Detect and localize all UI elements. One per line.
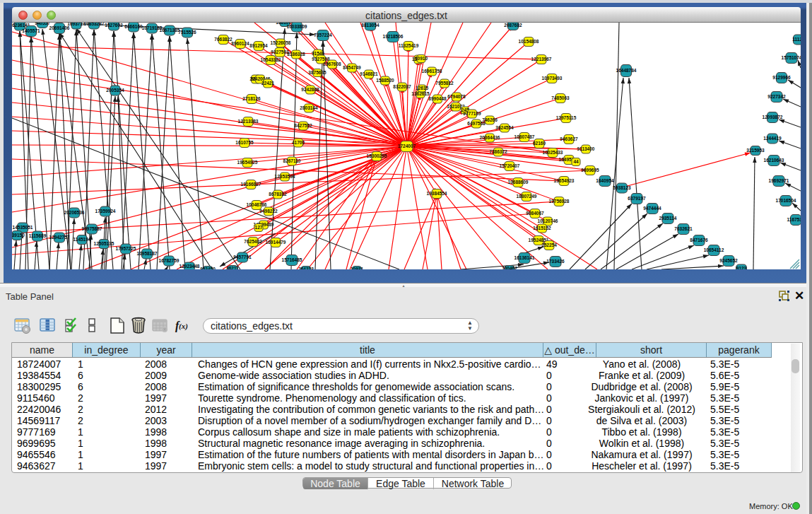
svg-text:9123: 9123 xyxy=(736,266,747,269)
svg-text:2967608: 2967608 xyxy=(323,62,341,66)
svg-text:16033809: 16033809 xyxy=(287,24,307,29)
svg-text:19384554: 19384554 xyxy=(427,191,447,196)
svg-text:1167533: 1167533 xyxy=(787,217,801,222)
svg-text:12213383: 12213383 xyxy=(238,119,259,124)
svg-text:11123: 11123 xyxy=(792,37,801,42)
svg-text:10973493: 10973493 xyxy=(542,76,563,81)
svg-text:10807487: 10807487 xyxy=(514,134,535,139)
svg-text:15751074: 15751074 xyxy=(782,55,801,60)
svg-text:10853287: 10853287 xyxy=(84,23,105,26)
svg-text:(x): (x) xyxy=(179,322,188,331)
svg-text:1610755: 1610755 xyxy=(235,140,254,145)
svg-text:1244419: 1244419 xyxy=(763,136,782,141)
svg-text:44: 44 xyxy=(573,159,579,164)
svg-text:10654112: 10654112 xyxy=(704,247,724,252)
svg-text:10931: 10931 xyxy=(351,267,363,269)
svg-text:746266: 746266 xyxy=(482,117,498,122)
svg-text:2005354: 2005354 xyxy=(106,88,124,93)
svg-text:10025433: 10025433 xyxy=(543,150,563,155)
svg-text:10543382: 10543382 xyxy=(261,57,281,62)
svg-text:19166827: 19166827 xyxy=(241,182,261,187)
svg-text:16448784: 16448784 xyxy=(616,68,637,73)
svg-text:9242848: 9242848 xyxy=(301,87,319,92)
svg-text:16782759: 16782759 xyxy=(159,258,180,263)
svg-text:3215953: 3215953 xyxy=(746,148,765,153)
svg-text:15716485: 15716485 xyxy=(282,257,302,262)
svg-text:12975115: 12975115 xyxy=(556,115,577,120)
svg-text:19756928: 19756928 xyxy=(549,199,570,204)
svg-text:3624554: 3624554 xyxy=(495,125,514,130)
svg-text:2718126: 2718126 xyxy=(242,96,261,101)
svg-text:16671385: 16671385 xyxy=(160,28,180,33)
svg-text:1115689: 1115689 xyxy=(29,233,47,238)
svg-text:8990448: 8990448 xyxy=(428,96,447,101)
svg-text:1640954: 1640954 xyxy=(596,178,614,183)
svg-text:3875685: 3875685 xyxy=(308,70,326,75)
svg-text:940557: 940557 xyxy=(35,23,50,25)
svg-text:8912954: 8912954 xyxy=(249,43,268,48)
svg-text:2803144: 2803144 xyxy=(300,105,318,110)
svg-text:20206536: 20206536 xyxy=(64,210,85,215)
svg-text:12923448: 12923448 xyxy=(180,264,200,269)
svg-text:6379197: 6379197 xyxy=(628,196,646,201)
svg-text:7515526: 7515526 xyxy=(178,30,196,35)
svg-text:7955812: 7955812 xyxy=(435,81,454,86)
svg-text:1733426: 1733426 xyxy=(546,259,565,264)
svg-text:19692971: 19692971 xyxy=(769,178,789,183)
svg-text:16136141: 16136141 xyxy=(514,255,535,260)
svg-text:12615: 12615 xyxy=(416,86,428,90)
svg-text:9245652: 9245652 xyxy=(719,258,738,263)
svg-text:10910: 10910 xyxy=(415,56,428,61)
svg-text:9146821: 9146821 xyxy=(360,71,378,76)
svg-text:2935114: 2935114 xyxy=(659,216,677,221)
svg-text:100462: 100462 xyxy=(502,266,517,269)
svg-text:10154808: 10154808 xyxy=(519,39,539,44)
svg-text:7386372: 7386372 xyxy=(489,149,507,154)
svg-text:19654925: 19654925 xyxy=(237,160,258,165)
svg-text:8471676: 8471676 xyxy=(690,238,708,243)
svg-text:15226058: 15226058 xyxy=(271,40,291,45)
svg-text:1724007: 1724007 xyxy=(398,144,416,148)
svg-text:16914479: 16914479 xyxy=(266,240,286,245)
svg-text:7625402: 7625402 xyxy=(244,239,262,244)
svg-text:9327508: 9327508 xyxy=(312,57,330,62)
svg-text:86211: 86211 xyxy=(226,266,239,269)
svg-text:8813054: 8813054 xyxy=(361,23,379,28)
svg-text:252254: 252254 xyxy=(541,243,557,247)
svg-text:9227342: 9227342 xyxy=(767,94,786,99)
svg-text:99975887: 99975887 xyxy=(82,226,102,231)
svg-text:17957225: 17957225 xyxy=(116,246,136,251)
svg-text:19218506: 19218506 xyxy=(383,34,404,39)
svg-text:7357224: 7357224 xyxy=(314,33,332,37)
svg-text:16961758: 16961758 xyxy=(422,69,442,74)
svg-text:7632621: 7632621 xyxy=(674,226,693,231)
svg-text:17359924: 17359924 xyxy=(95,209,116,214)
svg-text:939150: 939150 xyxy=(12,233,25,238)
svg-text:16210643: 16210643 xyxy=(764,158,784,163)
svg-text:9113400: 9113400 xyxy=(577,146,595,151)
svg-text:8427552: 8427552 xyxy=(294,123,312,128)
svg-text:264213: 264213 xyxy=(298,267,314,269)
svg-text:7485063: 7485063 xyxy=(551,95,570,100)
svg-text:9699695: 9699695 xyxy=(581,168,599,173)
svg-text:1615152: 1615152 xyxy=(533,226,551,230)
svg-text:18807249: 18807249 xyxy=(517,194,537,199)
svg-text:9327503: 9327503 xyxy=(271,49,289,54)
svg-text:1527602: 1527602 xyxy=(105,23,123,28)
svg-text:952450: 952450 xyxy=(200,267,216,269)
svg-text:12942757: 12942757 xyxy=(49,235,70,240)
svg-text:15720407: 15720407 xyxy=(500,163,520,168)
svg-text:19654923: 19654923 xyxy=(554,178,575,183)
svg-text:62160: 62160 xyxy=(533,141,546,146)
svg-text:9084067: 9084067 xyxy=(526,211,544,216)
svg-text:9777169: 9777169 xyxy=(463,111,481,116)
svg-text:7663822: 7663822 xyxy=(214,37,233,42)
svg-text:1093717: 1093717 xyxy=(67,23,86,26)
svg-text:12505135: 12505135 xyxy=(94,241,114,246)
svg-text:9498222: 9498222 xyxy=(259,209,278,214)
svg-text:41700: 41700 xyxy=(292,140,305,145)
svg-text:1145194: 1145194 xyxy=(73,237,91,242)
svg-text:22421: 22421 xyxy=(261,81,274,86)
svg-text:6466160: 6466160 xyxy=(124,24,143,29)
svg-text:6794078: 6794078 xyxy=(447,94,466,99)
